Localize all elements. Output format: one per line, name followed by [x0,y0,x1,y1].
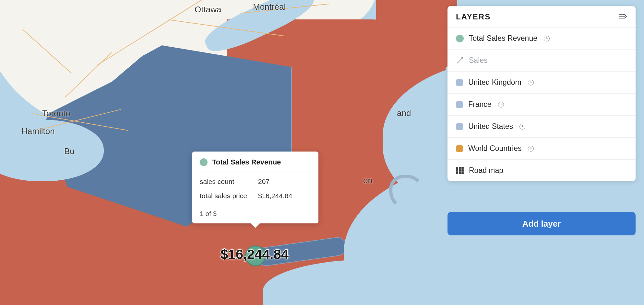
line-layer-icon [456,57,464,64]
city-label-portland-fragment: and [397,108,411,118]
tooltip-value: $16,244.84 [258,192,292,200]
city-label-toronto: Toronto [42,108,70,119]
tooltip-title: Total Sales Revenue [212,158,281,166]
grid-basemap-icon [456,167,464,175]
layer-label: United States [468,122,513,131]
city-label-hamilton: Hamilton [21,126,55,136]
region-us-red-ne [376,0,457,78]
clock-icon [519,124,525,130]
city-label-boston-fragment: on [363,175,373,186]
tooltip-popup: Total Sales Revenue sales count 207 tota… [192,152,318,223]
tooltip-value: 207 [258,178,269,186]
city-label-ottawa: Ottawa [195,5,221,15]
tooltip-key: total sales price [200,192,258,200]
square-swatch-icon [456,145,463,152]
layer-item-united-kingdom[interactable]: United Kingdom [447,72,636,94]
clock-icon [544,36,550,41]
layer-item-road-map[interactable]: Road map [447,160,636,181]
data-point-label: $16,244.84 [221,247,289,262]
square-swatch-icon [456,79,463,86]
layer-item-france[interactable]: France [447,94,636,116]
layer-item-total-sales-revenue[interactable]: Total Sales Revenue [447,28,636,50]
layer-label: United Kingdom [468,78,521,87]
layer-label: France [468,100,492,109]
layer-item-world-countries[interactable]: World Countries [447,138,636,160]
city-label-montreal: Montréal [253,2,286,12]
layers-header: LAYERS [447,6,636,28]
tooltip-swatch-icon [200,158,208,166]
add-layer-button[interactable]: Add layer [447,212,636,235]
layer-label: Road map [469,166,503,175]
layer-item-sales[interactable]: Sales [447,50,636,72]
layers-title: LAYERS [456,12,491,21]
layer-label: World Countries [468,144,521,153]
tooltip-key: sales count [200,178,258,186]
tooltip-body: sales count 207 total sales price $16,24… [200,172,311,203]
layers-panel: LAYERS Total Sales Revenue Sales United … [447,6,636,181]
tooltip-row: sales count 207 [200,175,311,189]
layer-item-united-states[interactable]: United States [447,116,636,138]
tooltip-row: total sales price $16,244.84 [200,189,311,203]
tooltip-pagination: 1 of 3 [200,205,311,218]
layer-label: Sales [469,56,488,65]
tooltip-header: Total Sales Revenue [200,158,311,172]
collapse-panel-icon[interactable] [619,12,627,21]
square-swatch-icon [456,123,463,130]
city-label-buffalo: Bu [64,146,75,156]
clock-icon [498,102,504,107]
circle-swatch-icon [456,35,464,42]
clock-icon [528,80,534,85]
map-canvas[interactable]: Toronto Hamilton Bu Ottawa Montréal and … [0,0,644,305]
clock-icon [528,146,534,152]
square-swatch-icon [456,101,463,108]
layer-label: Total Sales Revenue [469,34,537,43]
